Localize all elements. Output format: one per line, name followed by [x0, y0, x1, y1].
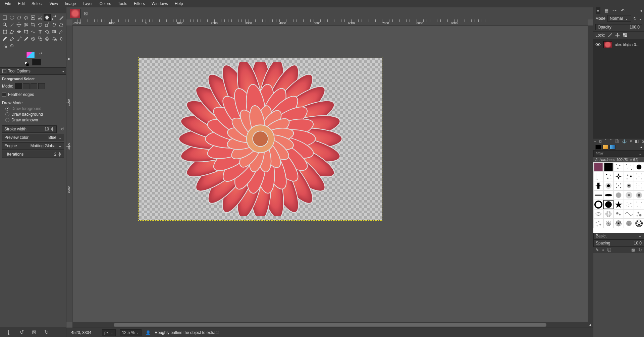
tool-perspective[interactable] — [58, 21, 65, 28]
paths-tab-icon[interactable]: 〰 — [612, 8, 617, 13]
menu-image[interactable]: Image — [61, 0, 79, 7]
tool-mypaint[interactable] — [30, 35, 37, 42]
brush-item[interactable] — [593, 181, 603, 190]
brush-item[interactable] — [624, 209, 634, 219]
mode-intersect[interactable] — [38, 83, 45, 89]
draw-bg-radio[interactable] — [5, 112, 9, 116]
brush-item[interactable] — [624, 172, 634, 181]
tool-zoom[interactable] — [1, 21, 8, 28]
brush-item[interactable] — [634, 172, 644, 181]
lock-pixels-icon[interactable] — [608, 33, 612, 38]
zoom-combo[interactable]: 12.5 %⌄ — [120, 329, 142, 336]
duplicate-layer-icon[interactable]: ⿻ — [615, 139, 619, 144]
spacing-slider[interactable]: Spacing 10.0 — [593, 239, 644, 247]
brush-item[interactable] — [624, 181, 634, 190]
tool-paintbrush[interactable] — [1, 35, 8, 42]
navigation-icon[interactable]: ▲ — [588, 322, 593, 328]
brush-item[interactable] — [624, 200, 634, 209]
tool-by-color-select[interactable] — [30, 14, 37, 21]
brush-grid[interactable] — [593, 162, 644, 233]
lock-alpha-icon[interactable] — [623, 33, 627, 38]
tool-perspective-clone[interactable] — [51, 35, 58, 42]
tool-ink[interactable] — [22, 35, 30, 42]
menu-file[interactable]: File — [1, 0, 14, 7]
draw-fg-radio[interactable] — [5, 107, 9, 111]
menu-select[interactable]: Select — [28, 0, 46, 7]
background-color[interactable] — [32, 59, 41, 65]
swap-colors-icon[interactable]: ⇄ — [39, 52, 42, 55]
tool-unified-transform[interactable] — [1, 28, 8, 35]
save-preset-icon[interactable]: ⭳ — [6, 329, 11, 335]
new-group-icon[interactable]: ⧉ — [599, 139, 602, 144]
preview-color-combo[interactable]: Preview color Blue ⌄ — [2, 134, 64, 141]
channels-tab-icon[interactable]: ▦ — [604, 8, 608, 13]
image-tab[interactable] — [70, 9, 80, 18]
menu-filters[interactable]: Filters — [130, 0, 148, 7]
brush-filter-input[interactable]: filter⌄ — [593, 150, 644, 157]
mode-add[interactable] — [23, 83, 30, 89]
engine-combo[interactable]: Engine Matting Global ⌄ — [2, 142, 64, 150]
unit-combo[interactable]: px⌄ — [102, 329, 116, 336]
tool-align[interactable] — [22, 21, 30, 28]
menu-colors[interactable]: Colors — [96, 0, 115, 7]
new-layer-icon[interactable]: ▫ — [594, 139, 596, 144]
brush-item[interactable] — [624, 190, 634, 200]
tool-scale[interactable] — [44, 21, 51, 28]
layer-up-icon[interactable]: ˄ — [605, 139, 607, 144]
menu-help[interactable]: Help — [171, 0, 186, 7]
brush-item[interactable] — [613, 181, 624, 190]
canvas[interactable] — [72, 25, 588, 322]
layer-mode-combo[interactable]: Normal ⌄ — [607, 15, 631, 22]
feather-checkbox[interactable] — [2, 93, 6, 97]
restore-preset-icon[interactable]: ↺ — [19, 329, 24, 335]
brush-item[interactable] — [634, 219, 644, 228]
menu-view[interactable]: View — [46, 0, 61, 7]
tool-cage[interactable] — [22, 28, 30, 35]
layer-row[interactable]: alex-blajan-3… — [593, 39, 644, 50]
gradients-tab-icon[interactable] — [609, 145, 615, 150]
tool-smudge[interactable] — [1, 42, 8, 49]
tool-color-picker[interactable] — [58, 14, 65, 21]
layer-down-icon[interactable]: ˅ — [610, 139, 612, 144]
brush-item[interactable] — [603, 200, 613, 209]
tool-rectangle-select[interactable] — [1, 14, 8, 21]
layer-thumbnail[interactable] — [603, 41, 612, 48]
brush-item[interactable] — [613, 162, 624, 172]
tool-blur-sharpen[interactable] — [58, 35, 65, 42]
brush-item[interactable] — [593, 219, 603, 228]
tool-flip[interactable] — [15, 28, 22, 35]
ruler-vertical[interactable]: 0100020003000 — [66, 25, 72, 322]
brush-item[interactable] — [593, 190, 603, 200]
visibility-icon[interactable] — [595, 42, 601, 47]
patterns-tab-icon[interactable] — [602, 145, 608, 150]
tool-move[interactable] — [15, 21, 22, 28]
brush-item[interactable] — [613, 200, 624, 209]
brushes-tab-icon[interactable] — [595, 145, 601, 150]
edit-brush-icon[interactable]: ✎ — [595, 247, 599, 252]
expand-icon[interactable]: ◂ — [640, 145, 642, 149]
brush-item[interactable] — [593, 172, 603, 181]
brush-item[interactable] — [624, 162, 634, 172]
refresh-brushes-icon[interactable]: ↻ — [638, 247, 642, 252]
brush-item[interactable] — [603, 162, 613, 172]
layer-name[interactable]: alex-blajan-3… — [615, 43, 640, 47]
brush-item[interactable] — [634, 209, 644, 219]
delete-brush-icon[interactable]: ⊠ — [631, 247, 635, 252]
tool-rotate[interactable] — [37, 21, 44, 28]
tool-clone[interactable] — [37, 35, 44, 42]
reset-icon[interactable]: ↻ — [44, 329, 49, 335]
lock-position-icon[interactable] — [615, 33, 620, 38]
mode-switch-icon[interactable]: ↻ — [633, 16, 637, 21]
tool-text[interactable] — [37, 28, 44, 35]
tool-shear[interactable] — [51, 21, 58, 28]
brush-item[interactable] — [613, 190, 624, 200]
new-brush-icon[interactable]: ▫ — [602, 247, 604, 252]
tool-pencil[interactable] — [58, 28, 65, 35]
brush-item[interactable] — [634, 190, 644, 200]
duplicate-brush-icon[interactable]: ⿻ — [607, 247, 612, 252]
foreground-color[interactable] — [26, 52, 35, 58]
menu-layer[interactable]: Layer — [79, 0, 96, 7]
tool-foreground-select[interactable] — [44, 14, 51, 21]
menu-tools[interactable]: Tools — [114, 0, 130, 7]
tool-free-select[interactable] — [15, 14, 22, 21]
